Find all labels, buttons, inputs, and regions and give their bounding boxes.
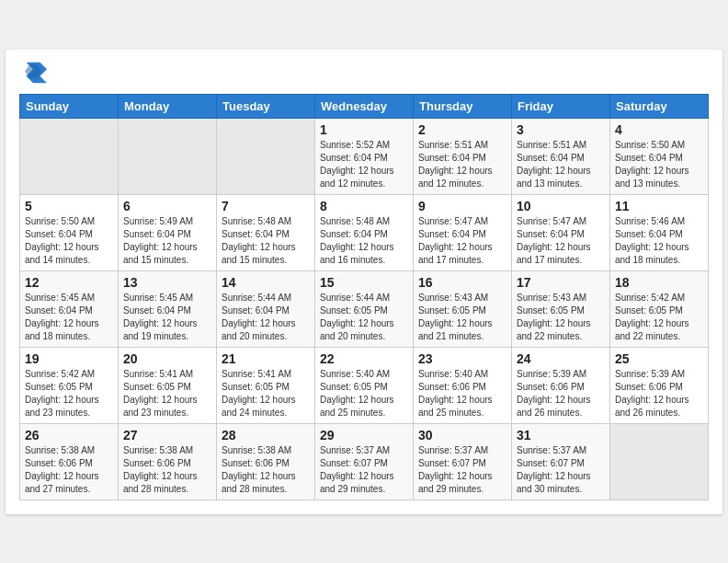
day-number: 20: [123, 351, 211, 366]
day-cell: 29Sunrise: 5:37 AMSunset: 6:07 PMDayligh…: [315, 423, 414, 500]
day-number: 9: [418, 199, 506, 213]
day-cell: 30Sunrise: 5:37 AMSunset: 6:07 PMDayligh…: [414, 423, 512, 500]
day-number: 11: [615, 199, 703, 213]
day-number: 6: [123, 199, 211, 213]
day-info: Sunrise: 5:47 AMSunset: 6:04 PMDaylight:…: [517, 215, 605, 267]
day-number: 4: [615, 122, 703, 137]
day-info: Sunrise: 5:47 AMSunset: 6:04 PMDaylight:…: [418, 215, 506, 267]
day-info: Sunrise: 5:37 AMSunset: 6:07 PMDaylight:…: [320, 444, 408, 496]
day-number: 16: [418, 275, 506, 290]
day-info: Sunrise: 5:48 AMSunset: 6:04 PMDaylight:…: [320, 215, 408, 267]
day-cell: [217, 118, 315, 194]
day-number: 7: [222, 199, 310, 213]
week-row-3: 12Sunrise: 5:45 AMSunset: 6:04 PMDayligh…: [20, 270, 709, 347]
day-number: 19: [25, 351, 113, 366]
day-cell: 20Sunrise: 5:41 AMSunset: 6:05 PMDayligh…: [119, 347, 217, 423]
day-number: 25: [615, 351, 703, 366]
day-info: Sunrise: 5:39 AMSunset: 6:06 PMDaylight:…: [615, 368, 703, 419]
day-cell: 5Sunrise: 5:50 AMSunset: 6:04 PMDaylight…: [20, 194, 119, 270]
day-info: Sunrise: 5:43 AMSunset: 6:05 PMDaylight:…: [418, 292, 506, 343]
day-number: 27: [123, 428, 211, 442]
header-section: [19, 59, 709, 86]
day-number: 5: [25, 199, 113, 213]
day-number: 12: [25, 275, 113, 290]
day-info: Sunrise: 5:44 AMSunset: 6:05 PMDaylight:…: [320, 292, 408, 343]
day-cell: 12Sunrise: 5:45 AMSunset: 6:04 PMDayligh…: [20, 270, 119, 347]
calendar-grid: SundayMondayTuesdayWednesdayThursdayFrid…: [19, 94, 709, 500]
day-number: 22: [320, 351, 408, 366]
day-number: 8: [320, 199, 408, 213]
week-row-2: 5Sunrise: 5:50 AMSunset: 6:04 PMDaylight…: [20, 194, 709, 270]
day-cell: 26Sunrise: 5:38 AMSunset: 6:06 PMDayligh…: [20, 423, 119, 500]
day-info: Sunrise: 5:45 AMSunset: 6:04 PMDaylight:…: [123, 292, 211, 343]
day-info: Sunrise: 5:50 AMSunset: 6:04 PMDaylight:…: [25, 215, 113, 267]
weekday-header-row: SundayMondayTuesdayWednesdayThursdayFrid…: [20, 94, 709, 118]
weekday-header-monday: Monday: [119, 94, 217, 118]
day-info: Sunrise: 5:39 AMSunset: 6:06 PMDaylight:…: [517, 368, 605, 419]
day-info: Sunrise: 5:38 AMSunset: 6:06 PMDaylight:…: [123, 444, 211, 496]
day-info: Sunrise: 5:37 AMSunset: 6:07 PMDaylight:…: [418, 444, 506, 496]
day-cell: 18Sunrise: 5:42 AMSunset: 6:05 PMDayligh…: [610, 270, 709, 347]
day-cell: 4Sunrise: 5:50 AMSunset: 6:04 PMDaylight…: [610, 118, 709, 194]
day-cell: 9Sunrise: 5:47 AMSunset: 6:04 PMDaylight…: [414, 194, 512, 270]
day-info: Sunrise: 5:38 AMSunset: 6:06 PMDaylight:…: [25, 444, 113, 496]
day-info: Sunrise: 5:45 AMSunset: 6:04 PMDaylight:…: [25, 292, 113, 343]
day-cell: 10Sunrise: 5:47 AMSunset: 6:04 PMDayligh…: [512, 194, 610, 270]
day-cell: 13Sunrise: 5:45 AMSunset: 6:04 PMDayligh…: [119, 270, 217, 347]
day-cell: 1Sunrise: 5:52 AMSunset: 6:04 PMDaylight…: [315, 118, 414, 194]
day-cell: 25Sunrise: 5:39 AMSunset: 6:06 PMDayligh…: [610, 347, 709, 423]
week-row-5: 26Sunrise: 5:38 AMSunset: 6:06 PMDayligh…: [20, 423, 709, 500]
day-number: 3: [517, 122, 605, 137]
day-number: 23: [418, 351, 506, 366]
day-info: Sunrise: 5:37 AMSunset: 6:07 PMDaylight:…: [517, 444, 605, 496]
day-info: Sunrise: 5:51 AMSunset: 6:04 PMDaylight:…: [418, 139, 506, 190]
day-info: Sunrise: 5:42 AMSunset: 6:05 PMDaylight:…: [615, 292, 703, 343]
day-info: Sunrise: 5:49 AMSunset: 6:04 PMDaylight:…: [123, 215, 211, 267]
day-info: Sunrise: 5:41 AMSunset: 6:05 PMDaylight:…: [222, 368, 310, 419]
day-cell: 21Sunrise: 5:41 AMSunset: 6:05 PMDayligh…: [217, 347, 315, 423]
day-cell: 8Sunrise: 5:48 AMSunset: 6:04 PMDaylight…: [315, 194, 414, 270]
day-number: 26: [25, 428, 113, 442]
day-number: 1: [320, 122, 408, 137]
day-cell: [119, 118, 217, 194]
logo-icon: [19, 59, 47, 86]
day-info: Sunrise: 5:51 AMSunset: 6:04 PMDaylight:…: [517, 139, 605, 190]
weekday-header-saturday: Saturday: [610, 94, 709, 118]
day-number: 29: [320, 428, 408, 442]
day-cell: 7Sunrise: 5:48 AMSunset: 6:04 PMDaylight…: [217, 194, 315, 270]
day-number: 31: [517, 428, 605, 442]
day-cell: 3Sunrise: 5:51 AMSunset: 6:04 PMDaylight…: [512, 118, 610, 194]
day-number: 13: [123, 275, 211, 290]
day-info: Sunrise: 5:44 AMSunset: 6:04 PMDaylight:…: [222, 292, 310, 343]
day-cell: 17Sunrise: 5:43 AMSunset: 6:05 PMDayligh…: [512, 270, 610, 347]
day-number: 18: [615, 275, 703, 290]
day-cell: 6Sunrise: 5:49 AMSunset: 6:04 PMDaylight…: [119, 194, 217, 270]
week-row-4: 19Sunrise: 5:42 AMSunset: 6:05 PMDayligh…: [20, 347, 709, 423]
day-number: 28: [222, 428, 310, 442]
day-cell: 11Sunrise: 5:46 AMSunset: 6:04 PMDayligh…: [610, 194, 709, 270]
day-cell: 31Sunrise: 5:37 AMSunset: 6:07 PMDayligh…: [512, 423, 610, 500]
day-number: 24: [517, 351, 605, 366]
day-cell: 2Sunrise: 5:51 AMSunset: 6:04 PMDaylight…: [414, 118, 512, 194]
day-info: Sunrise: 5:40 AMSunset: 6:05 PMDaylight:…: [320, 368, 408, 419]
weekday-header-sunday: Sunday: [20, 94, 119, 118]
day-number: 14: [222, 275, 310, 290]
weekday-header-friday: Friday: [512, 94, 610, 118]
day-cell: 28Sunrise: 5:38 AMSunset: 6:06 PMDayligh…: [217, 423, 315, 500]
day-cell: 15Sunrise: 5:44 AMSunset: 6:05 PMDayligh…: [315, 270, 414, 347]
week-row-1: 1Sunrise: 5:52 AMSunset: 6:04 PMDaylight…: [20, 118, 709, 194]
day-number: 15: [320, 275, 408, 290]
day-info: Sunrise: 5:52 AMSunset: 6:04 PMDaylight:…: [320, 139, 408, 190]
day-cell: 19Sunrise: 5:42 AMSunset: 6:05 PMDayligh…: [20, 347, 119, 423]
day-cell: 23Sunrise: 5:40 AMSunset: 6:06 PMDayligh…: [414, 347, 512, 423]
day-info: Sunrise: 5:43 AMSunset: 6:05 PMDaylight:…: [517, 292, 605, 343]
day-cell: 24Sunrise: 5:39 AMSunset: 6:06 PMDayligh…: [512, 347, 610, 423]
day-number: 17: [517, 275, 605, 290]
day-number: 2: [418, 122, 506, 137]
day-info: Sunrise: 5:40 AMSunset: 6:06 PMDaylight:…: [418, 368, 506, 419]
day-number: 21: [222, 351, 310, 366]
day-cell: 14Sunrise: 5:44 AMSunset: 6:04 PMDayligh…: [217, 270, 315, 347]
day-cell: 27Sunrise: 5:38 AMSunset: 6:06 PMDayligh…: [119, 423, 217, 500]
day-number: 30: [418, 428, 506, 442]
day-number: 10: [517, 199, 605, 213]
